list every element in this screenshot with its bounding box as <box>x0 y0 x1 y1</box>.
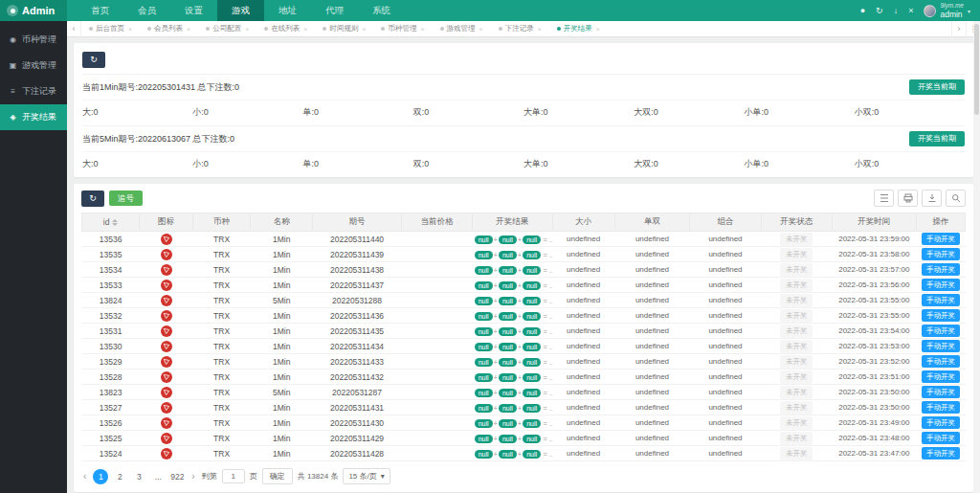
manual-draw-button[interactable]: 手动开奖 <box>922 325 960 338</box>
page-scrollbar[interactable] <box>973 21 980 493</box>
manual-draw-button[interactable]: 手动开奖 <box>922 309 960 323</box>
theme-icon[interactable]: ● <box>860 7 865 15</box>
export-download-icon[interactable] <box>922 190 942 207</box>
tab-item[interactable]: 币种管理 × <box>373 21 432 37</box>
tab-close-icon[interactable]: × <box>538 26 542 33</box>
manual-draw-button[interactable]: 手动开奖 <box>922 233 960 246</box>
manual-draw-button[interactable]: 手动开奖 <box>922 401 960 415</box>
col-header-name: 名称 <box>251 213 313 232</box>
sidebar-item[interactable]: ◉ 币种管理 <box>0 27 67 53</box>
manual-draw-button[interactable]: 手动开奖 <box>922 386 960 399</box>
jump-confirm-button[interactable]: 确定 <box>262 468 293 484</box>
tab-close-icon[interactable]: × <box>596 26 600 33</box>
fullscreen-icon[interactable]: × <box>908 7 913 15</box>
refresh-icon[interactable]: ↻ <box>876 7 883 15</box>
topnav-item[interactable]: 代理 <box>311 0 358 21</box>
page-number[interactable]: 1 <box>93 469 108 484</box>
topnav-item[interactable]: 地址 <box>264 0 311 21</box>
tab-item[interactable]: 在线列表 × <box>256 21 315 37</box>
next-page-icon[interactable]: › <box>189 471 196 482</box>
print-icon[interactable] <box>898 190 918 207</box>
brand[interactable]: Admin <box>0 0 67 21</box>
columns-filter-icon[interactable] <box>874 190 894 207</box>
user-menu[interactable]: 9lym.me admin ▾ <box>924 3 970 18</box>
result-badge: null <box>499 266 517 275</box>
col-header-oddeven: 单双 <box>614 213 690 232</box>
result-badge: null <box>475 389 493 397</box>
tab-close-icon[interactable]: × <box>187 26 190 33</box>
status-badge: 未开奖 <box>780 279 813 292</box>
manual-draw-button[interactable]: 手动开奖 <box>922 447 960 460</box>
tabs-scroll-right-icon[interactable]: › <box>951 21 966 37</box>
draw-current-1min-button[interactable]: 开奖当前期 <box>909 79 965 95</box>
panel-refresh-button[interactable]: ↻ <box>82 52 105 68</box>
chase-number-button[interactable]: 追号 <box>109 190 143 207</box>
page-number[interactable]: ... <box>150 469 166 484</box>
manual-draw-button[interactable]: 手动开奖 <box>922 432 960 445</box>
col-header-id[interactable]: id <box>82 213 140 232</box>
tab-dot-icon <box>557 27 561 31</box>
table-refresh-button[interactable]: ↻ <box>81 190 104 207</box>
tab-close-icon[interactable]: × <box>128 26 132 33</box>
cell-actions: 手动开奖 <box>916 247 965 262</box>
tabs-scroll-left-icon[interactable]: ‹ <box>67 21 81 37</box>
page-number[interactable]: 922 <box>169 469 185 484</box>
download-icon[interactable]: ↓ <box>894 7 899 15</box>
topnav-item[interactable]: 设置 <box>170 0 217 21</box>
cell-actions: 手动开奖 <box>916 446 965 461</box>
sort-icon[interactable] <box>112 219 118 226</box>
topnav-item[interactable]: 会员 <box>123 0 170 21</box>
tab-item[interactable]: 游戏管理 × <box>433 21 491 37</box>
cell-actions: 手动开奖 <box>916 400 965 415</box>
result-sum: = ... <box>544 435 553 443</box>
tab-close-icon[interactable]: × <box>362 26 366 33</box>
manual-draw-button[interactable]: 手动开奖 <box>922 340 960 353</box>
page-number[interactable]: 2 <box>112 469 127 484</box>
cell-id: 13534 <box>82 262 140 278</box>
status-badge: 未开奖 <box>780 263 813 277</box>
draw-current-5min-button[interactable]: 开奖当前期 <box>909 131 965 146</box>
sidebar-item[interactable]: ▣ 游戏管理 <box>0 53 67 78</box>
tab-item[interactable]: 公司配置 × <box>198 21 256 37</box>
scrollbar-thumb[interactable] <box>974 24 979 115</box>
topnav-item[interactable]: 游戏 <box>217 0 264 21</box>
tab-item[interactable]: 后台首页 × <box>81 21 140 37</box>
result-badge: null <box>523 327 541 336</box>
tab-item[interactable]: 开奖结果 × <box>549 21 608 37</box>
topnav-item[interactable]: 系统 <box>358 0 405 21</box>
tab-item[interactable]: 时间规则 × <box>315 21 373 37</box>
cell-result: null+null+null = ... <box>473 446 552 461</box>
manual-draw-button[interactable]: 手动开奖 <box>922 416 960 430</box>
tab-item[interactable]: 会员列表 × <box>140 21 198 37</box>
tab-close-icon[interactable]: × <box>479 26 483 33</box>
tron-coin-icon <box>161 433 172 444</box>
topnav-item[interactable]: 首页 <box>77 0 123 21</box>
cell-icon <box>140 324 193 339</box>
per-page-select[interactable]: 15 条/页 ▾ <box>343 468 390 484</box>
cell-actions: 手动开奖 <box>916 278 965 293</box>
tab-close-icon[interactable]: × <box>245 26 249 33</box>
sidebar-item[interactable]: ≡ 下注记录 <box>0 78 67 104</box>
search-icon[interactable] <box>946 190 966 207</box>
jump-page-input[interactable] <box>222 469 245 483</box>
result-badge: null <box>499 235 517 244</box>
prev-page-icon[interactable]: ‹ <box>81 471 88 482</box>
sidebar-item[interactable]: ◈ 开奖结果 <box>0 104 67 130</box>
tab-close-icon[interactable]: × <box>303 26 307 33</box>
cell-issue: 202205311434 <box>313 339 402 354</box>
cell-id: 13535 <box>82 247 140 262</box>
manual-draw-button[interactable]: 手动开奖 <box>922 370 960 384</box>
manual-draw-button[interactable]: 手动开奖 <box>922 248 960 261</box>
cell-price <box>401 415 472 431</box>
page-number[interactable]: 3 <box>131 469 146 484</box>
manual-draw-button[interactable]: 手动开奖 <box>922 355 960 369</box>
cell-actions: 手动开奖 <box>916 370 965 385</box>
tab-close-icon[interactable]: × <box>420 26 424 33</box>
manual-draw-button[interactable]: 手动开奖 <box>922 279 960 292</box>
status-badge: 未开奖 <box>780 355 813 369</box>
cell-coin: TRX <box>192 324 250 339</box>
table-row: 13532 TRX 1Min 202205311436 <box>82 308 966 324</box>
tab-item[interactable]: 下注记录 × <box>491 21 549 37</box>
manual-draw-button[interactable]: 手动开奖 <box>922 263 960 277</box>
manual-draw-button[interactable]: 手动开奖 <box>922 294 960 307</box>
